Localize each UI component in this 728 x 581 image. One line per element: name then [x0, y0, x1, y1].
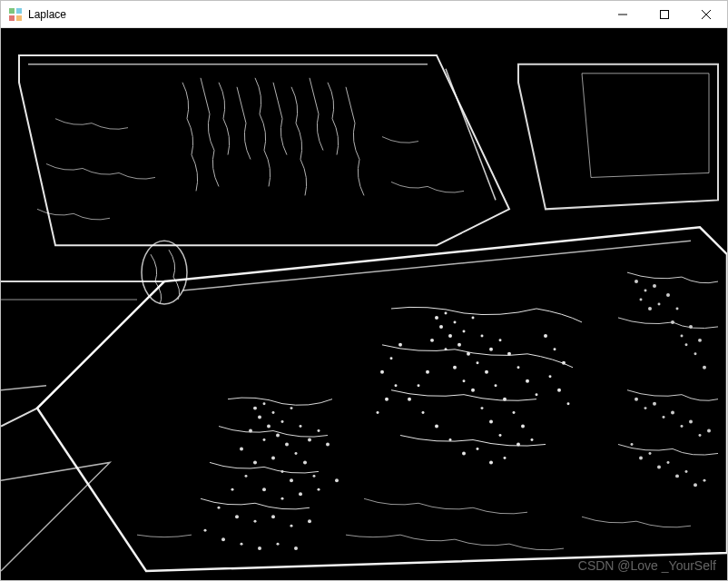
svg-point-32: [240, 447, 243, 450]
svg-point-33: [231, 488, 234, 491]
svg-point-96: [504, 457, 507, 459]
svg-point-134: [675, 474, 679, 478]
svg-point-135: [685, 470, 688, 473]
svg-point-114: [681, 334, 684, 337]
image-viewport: CSDN @Love _YourSelf: [1, 28, 727, 580]
svg-point-72: [517, 366, 520, 369]
svg-point-98: [531, 438, 534, 441]
svg-point-55: [448, 334, 452, 338]
svg-point-79: [521, 425, 525, 428]
svg-point-81: [544, 334, 547, 338]
window-controls: [602, 1, 727, 27]
svg-point-119: [703, 366, 706, 369]
svg-rect-8: [1, 28, 727, 580]
svg-point-127: [699, 434, 702, 437]
svg-point-126: [689, 420, 693, 424]
laplace-output-image: [1, 28, 727, 580]
svg-rect-3: [16, 15, 22, 21]
svg-point-34: [262, 487, 266, 491]
svg-point-20: [263, 438, 266, 441]
svg-point-84: [549, 375, 552, 378]
svg-point-65: [453, 366, 457, 369]
svg-point-112: [676, 307, 679, 310]
svg-point-27: [326, 442, 330, 446]
svg-point-31: [245, 475, 248, 478]
svg-point-107: [653, 284, 656, 288]
minimize-button[interactable]: [602, 1, 644, 27]
svg-point-92: [449, 438, 452, 441]
svg-point-53: [439, 325, 443, 329]
maximize-button[interactable]: [644, 1, 685, 27]
svg-point-16: [290, 407, 293, 409]
svg-point-44: [308, 519, 311, 523]
svg-point-58: [472, 316, 475, 319]
svg-point-52: [445, 311, 448, 314]
svg-point-18: [300, 425, 302, 428]
svg-point-118: [694, 352, 697, 355]
svg-point-68: [463, 379, 466, 382]
svg-point-37: [318, 488, 320, 491]
svg-point-88: [418, 384, 420, 387]
svg-point-125: [681, 425, 684, 428]
svg-point-66: [499, 339, 502, 341]
svg-rect-0: [9, 8, 15, 14]
svg-point-41: [254, 520, 257, 523]
svg-point-85: [557, 389, 561, 392]
svg-point-105: [635, 280, 638, 283]
svg-point-128: [707, 429, 711, 433]
svg-point-11: [258, 416, 261, 419]
window-title: Laplace: [28, 8, 602, 21]
svg-point-89: [408, 398, 411, 401]
svg-point-38: [335, 478, 339, 482]
svg-point-93: [462, 451, 466, 455]
svg-point-87: [426, 370, 429, 374]
app-icon: [8, 7, 23, 22]
svg-point-59: [457, 343, 461, 347]
close-button[interactable]: [685, 1, 727, 27]
titlebar: Laplace: [1, 1, 727, 28]
svg-point-106: [644, 290, 647, 292]
svg-point-43: [290, 525, 293, 527]
svg-point-123: [663, 416, 665, 419]
svg-point-104: [377, 411, 379, 414]
svg-point-137: [703, 479, 706, 482]
svg-point-35: [281, 497, 284, 500]
svg-point-22: [295, 452, 298, 455]
svg-point-25: [303, 460, 307, 464]
svg-point-133: [667, 461, 670, 464]
svg-point-48: [258, 547, 261, 550]
svg-point-122: [653, 402, 656, 406]
svg-point-111: [666, 293, 670, 297]
svg-point-57: [430, 339, 434, 342]
svg-rect-1: [16, 8, 22, 14]
svg-point-10: [263, 402, 266, 405]
svg-point-120: [635, 398, 638, 401]
svg-point-71: [471, 389, 475, 392]
svg-point-70: [495, 384, 497, 387]
svg-point-129: [631, 443, 634, 446]
svg-point-24: [318, 429, 320, 432]
svg-point-124: [671, 411, 674, 415]
maximize-icon: [660, 10, 669, 19]
application-window: Laplace: [0, 0, 728, 581]
svg-point-30: [253, 460, 257, 464]
svg-point-54: [454, 320, 457, 323]
svg-point-90: [422, 411, 425, 414]
svg-point-132: [657, 465, 661, 468]
svg-point-75: [526, 379, 529, 383]
svg-rect-2: [9, 15, 15, 21]
minimize-icon: [618, 10, 627, 19]
svg-point-67: [485, 370, 488, 374]
svg-point-23: [271, 456, 275, 459]
svg-point-14: [281, 420, 284, 423]
svg-point-77: [489, 420, 493, 424]
svg-point-60: [481, 334, 484, 337]
svg-point-76: [513, 411, 516, 414]
svg-point-91: [435, 425, 438, 428]
svg-point-40: [235, 515, 239, 518]
svg-point-63: [489, 348, 493, 351]
svg-point-101: [380, 370, 384, 374]
svg-point-109: [648, 307, 652, 310]
svg-point-121: [644, 407, 647, 409]
svg-point-47: [241, 543, 243, 546]
